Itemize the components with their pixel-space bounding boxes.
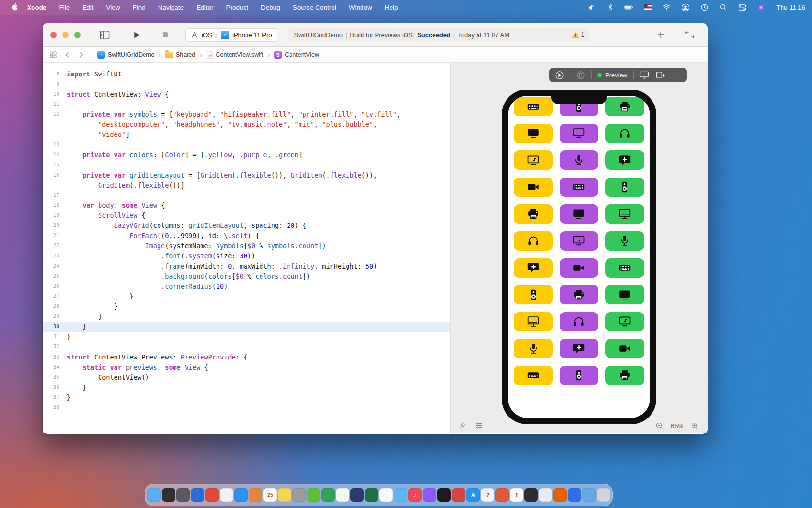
dock-app-excel[interactable] <box>365 488 378 502</box>
battery-icon[interactable] <box>624 3 633 12</box>
wifi-icon[interactable] <box>662 3 671 12</box>
breadcrumb-group[interactable]: Shared <box>165 51 195 58</box>
scheme-selector[interactable]: iOS › iPhone 11 Pro <box>185 28 277 42</box>
menu-item-debug[interactable]: Debug <box>261 4 280 11</box>
source-editor[interactable]: 78import SwiftUI910struct ContentView: V… <box>43 63 450 433</box>
minimize-button[interactable] <box>62 32 69 38</box>
dock-app-app-redorange[interactable] <box>495 488 509 502</box>
code-line[interactable]: 34 static var previews: some View { <box>43 362 450 373</box>
dock-app-terminal[interactable] <box>524 488 538 502</box>
dock-app-app-skyblue[interactable] <box>394 488 407 502</box>
account-icon[interactable] <box>681 3 690 12</box>
breadcrumb-symbol[interactable]: S ContentView <box>274 51 319 59</box>
pin-preview-button[interactable] <box>458 420 467 430</box>
code-line[interactable]: 13 <box>43 140 450 150</box>
dock-app-help[interactable]: ? <box>481 488 494 502</box>
dock-app-launchpad[interactable] <box>176 488 190 502</box>
stop-button[interactable] <box>158 29 173 41</box>
code-line[interactable]: 11 <box>43 100 450 110</box>
menu-item-edit[interactable]: Edit <box>82 4 93 11</box>
dock-app-siri[interactable] <box>162 488 175 502</box>
bluetooth-icon[interactable] <box>606 3 614 12</box>
preview-on-device-button[interactable] <box>570 68 591 82</box>
menu-item-navigate[interactable]: Navigate <box>158 4 184 11</box>
spotlight-icon[interactable] <box>719 3 727 12</box>
preview-display-button[interactable] <box>634 68 655 82</box>
code-line[interactable]: 12 private var symbols = ["keyboard", "h… <box>43 109 450 120</box>
warning-badge[interactable]: 1 <box>572 31 585 38</box>
menu-item-window[interactable]: Window <box>349 4 372 11</box>
dock-app-mail-red[interactable] <box>205 488 219 502</box>
zoom-level[interactable]: 65% <box>671 422 683 430</box>
code-line[interactable]: 21 ForEach((0...9999), id: \.self) { <box>43 231 450 241</box>
code-line[interactable]: 25 .background(colors[$0 % colors.count]… <box>43 271 450 282</box>
close-button[interactable] <box>50 32 57 38</box>
dock-app-app-blue2[interactable] <box>568 488 581 502</box>
activity-viewer[interactable]: SwiftUIGridDemo | Build for Previews iOS… <box>288 28 590 42</box>
code-line[interactable]: 14 private var colors: [Color] = [.yello… <box>43 150 450 160</box>
input-us-icon[interactable] <box>643 3 652 12</box>
assistant-icon[interactable] <box>756 3 765 12</box>
dock-app-app-navy[interactable] <box>350 488 364 502</box>
dock-app-browser-blue[interactable] <box>191 488 204 502</box>
code-line[interactable]: 9 <box>43 79 450 90</box>
preview-settings-button[interactable] <box>474 420 484 430</box>
code-line[interactable]: 22 Image(systemName: symbols[$0 % symbol… <box>43 241 450 251</box>
code-line[interactable]: 26 .cornerRadius(10) <box>43 282 450 292</box>
code-line[interactable]: 27 } <box>43 291 450 301</box>
dock-app-tv[interactable] <box>437 488 451 502</box>
run-button[interactable] <box>129 29 144 41</box>
code-line[interactable]: 8import SwiftUI <box>43 69 450 79</box>
dock-app-app-gray[interactable] <box>292 488 306 502</box>
menu-item-help[interactable]: Help <box>385 4 398 11</box>
code-line[interactable]: 19 ScrollView { <box>43 210 450 221</box>
menu-item-xcode[interactable]: Xcode <box>27 4 47 11</box>
code-line[interactable]: 23 .font(.system(size: 30)) <box>43 251 450 261</box>
code-line[interactable]: "desktopcomputer", "headphones", "tv.mus… <box>43 120 450 130</box>
breadcrumb-file[interactable]: ContentView.swift <box>206 51 263 59</box>
back-button[interactable] <box>62 50 72 60</box>
apple-menu-icon[interactable] <box>11 3 18 12</box>
zoom-out-button[interactable] <box>655 421 664 430</box>
add-device-preview-button[interactable] <box>655 68 671 82</box>
menu-item-find[interactable]: Find <box>133 4 145 11</box>
code-line[interactable]: 7 <box>43 63 450 69</box>
dock-app-numbers[interactable] <box>379 488 393 502</box>
code-line[interactable]: 24 .frame(minWidth: 0, maxWidth: .infini… <box>43 261 450 271</box>
code-line[interactable]: 35 ContentView() <box>43 373 450 383</box>
control-center-icon[interactable] <box>738 3 746 12</box>
code-line[interactable]: "video"] <box>43 130 450 140</box>
code-line[interactable]: 17 <box>43 191 450 201</box>
forward-button[interactable] <box>76 50 86 60</box>
code-line[interactable]: 36 } <box>43 383 450 393</box>
dock-app-firefox[interactable] <box>553 488 567 502</box>
dock-app-folder[interactable] <box>582 488 596 502</box>
code-line[interactable]: 38 <box>43 403 450 413</box>
code-line[interactable]: 37} <box>43 392 450 403</box>
code-review-button[interactable] <box>682 29 697 41</box>
code-line[interactable]: 28 } <box>43 301 450 312</box>
code-line[interactable]: 31} <box>43 332 450 342</box>
live-preview-button[interactable] <box>549 68 570 82</box>
library-add-button[interactable] <box>653 29 668 41</box>
dock-app-photos[interactable] <box>336 488 349 502</box>
navigator-sidebar-toggle[interactable] <box>97 29 112 41</box>
dock-app-podcasts[interactable] <box>423 488 436 502</box>
menu-item-editor[interactable]: Editor <box>196 4 213 11</box>
code-line[interactable]: 30 } <box>43 322 450 332</box>
menu-item-source-control[interactable]: Source Control <box>293 4 336 11</box>
mute-icon[interactable] <box>587 3 595 12</box>
code-line[interactable]: 15 <box>43 160 450 170</box>
menu-item-product[interactable]: Product <box>226 4 248 11</box>
dock-app-trash[interactable] <box>597 488 610 502</box>
code-line[interactable]: 18 var body: some View { <box>43 200 450 210</box>
zoom-button[interactable] <box>74 32 81 38</box>
dock-app-notes[interactable] <box>278 488 291 502</box>
related-items-icon[interactable] <box>48 50 58 60</box>
code-line[interactable]: 33struct ContentView_Previews: PreviewPr… <box>43 352 450 362</box>
dock-app-finder[interactable] <box>147 488 161 502</box>
preview-screen[interactable] <box>508 96 650 418</box>
code-line[interactable]: 10struct ContentView: View { <box>43 90 450 100</box>
dock-app-chrome[interactable] <box>220 488 233 502</box>
dock-app-meet[interactable] <box>321 488 335 502</box>
